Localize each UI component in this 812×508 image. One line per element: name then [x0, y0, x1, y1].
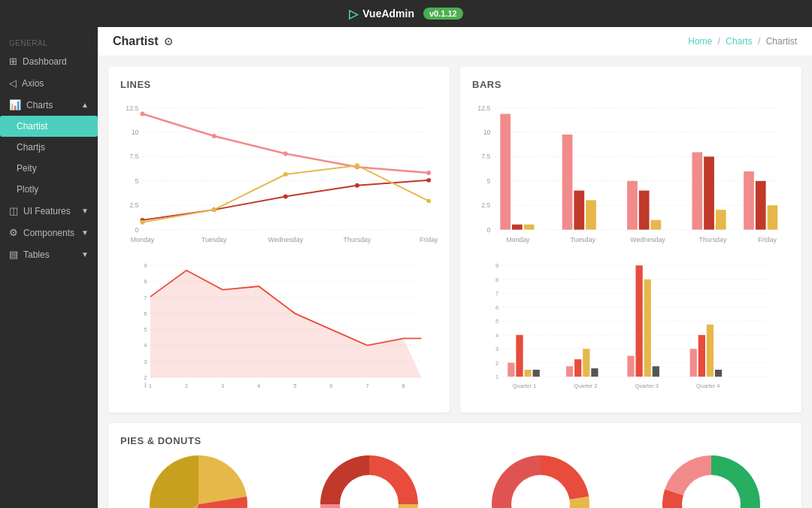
svg-text:Friday: Friday: [758, 236, 777, 243]
github-icon[interactable]: ⊙: [164, 35, 173, 47]
axios-icon: ◁: [9, 77, 17, 89]
pie-chart-1: [150, 455, 247, 508]
svg-text:9: 9: [495, 262, 498, 269]
bars-chart1-svg: 12.5 10 7.5 5 2.5 0: [472, 99, 789, 249]
breadcrumb-charts[interactable]: Charts: [726, 36, 752, 47]
content-area: Chartist ⊙ Home / Charts / Chartist LINE…: [98, 27, 812, 508]
svg-rect-120: [690, 349, 697, 376]
sidebar-item-peity[interactable]: Peity: [0, 158, 98, 179]
svg-rect-121: [698, 335, 705, 377]
svg-point-14: [283, 152, 288, 156]
svg-rect-73: [562, 135, 573, 230]
svg-text:Quarter 3: Quarter 3: [635, 383, 659, 389]
svg-rect-115: [591, 368, 598, 376]
svg-text:5: 5: [144, 326, 147, 333]
svg-point-13: [212, 134, 217, 138]
svg-text:1: 1: [149, 383, 152, 389]
svg-text:10: 10: [132, 129, 139, 136]
svg-rect-70: [500, 114, 511, 230]
donut-chart-2: [492, 455, 589, 508]
breadcrumb-current: Chartist: [766, 36, 797, 47]
svg-rect-108: [508, 363, 514, 377]
svg-text:3: 3: [495, 346, 498, 352]
tables-arrow-icon: ▼: [81, 250, 89, 259]
svg-text:Thursday: Thursday: [699, 236, 727, 243]
version-badge: v0.1.12: [423, 8, 463, 20]
sidebar-label-tables: Tables: [23, 249, 50, 260]
sidebar-label-charts: Charts: [26, 100, 53, 110]
lines-chart-card: LINES 12.5 10 7.5 5 2.5 0: [108, 67, 450, 413]
svg-text:8: 8: [144, 278, 147, 285]
svg-text:8: 8: [402, 383, 405, 389]
sidebar-label-chartist: Chartist: [17, 121, 47, 132]
components-arrow-icon: ▼: [81, 228, 89, 237]
svg-text:12.5: 12.5: [477, 104, 490, 112]
ui-features-arrow-icon: ▼: [81, 207, 89, 215]
svg-text:Quarter 4: Quarter 4: [696, 383, 720, 389]
svg-rect-112: [566, 366, 573, 376]
sidebar-item-ui-features[interactable]: ◫ UI Features ▼: [0, 200, 98, 222]
brand: ▷ VueAdmin v0.1.12: [349, 7, 462, 21]
svg-text:5: 5: [293, 383, 296, 389]
svg-point-22: [140, 220, 144, 225]
svg-text:7.5: 7.5: [481, 153, 490, 160]
sidebar-item-tables[interactable]: ▤ Tables ▼: [0, 243, 98, 265]
pies-section: PIES & DONUTS: [108, 423, 801, 508]
sidebar-item-components[interactable]: ⚙ Components ▼: [0, 222, 98, 243]
svg-text:Tuesday: Tuesday: [570, 236, 595, 243]
sidebar-label-dashboard: Dashboard: [23, 56, 67, 67]
sidebar-label-components: Components: [23, 228, 74, 238]
main-layout: GENERAL ⊞ Dashboard ◁ Axios 📊 Charts ▲ C…: [0, 27, 812, 508]
sidebar-item-dashboard[interactable]: ⊞ Dashboard: [0, 50, 98, 72]
content-header: Chartist ⊙ Home / Charts / Chartist: [98, 27, 812, 56]
sidebar-label-ui-features: UI Features: [23, 206, 71, 216]
sidebar-item-axios[interactable]: ◁ Axios: [0, 72, 98, 94]
svg-text:7: 7: [495, 290, 498, 297]
svg-text:2: 2: [144, 374, 147, 381]
breadcrumb-home[interactable]: Home: [688, 36, 712, 47]
donut-chart-3: [662, 455, 760, 508]
svg-text:7: 7: [365, 383, 368, 389]
sidebar-item-chartist[interactable]: Chartist: [0, 116, 98, 137]
svg-rect-82: [744, 171, 754, 230]
svg-text:Monday: Monday: [506, 236, 530, 243]
svg-rect-79: [692, 153, 702, 230]
svg-rect-78: [650, 220, 661, 230]
svg-text:Quarter 2: Quarter 2: [574, 383, 597, 389]
sidebar-section-general: GENERAL: [0, 33, 98, 50]
svg-text:7: 7: [144, 295, 147, 301]
svg-text:5: 5: [495, 318, 498, 325]
brand-name: VueAdmin: [362, 8, 414, 20]
lines-chart-svg: 12.5 10 7.5 5 2.5 0: [120, 99, 438, 249]
sidebar-label-chartjs: Chartjs: [17, 142, 45, 153]
svg-point-25: [355, 163, 359, 168]
svg-point-24: [283, 172, 288, 177]
svg-rect-122: [707, 325, 714, 376]
tables-icon: ▤: [9, 249, 18, 260]
svg-text:0: 0: [487, 226, 491, 234]
lines-area-chart-svg: 9 8 7 6 5 4 3 2 1 1 2 3: [120, 259, 438, 398]
top-navbar: ▷ VueAdmin v0.1.12: [0, 0, 812, 27]
pies-row: [120, 455, 789, 508]
sidebar-item-plotly[interactable]: Plotly: [0, 179, 98, 200]
svg-rect-116: [627, 356, 634, 377]
svg-point-21: [426, 178, 431, 183]
sidebar-item-charts[interactable]: 📊 Charts ▲: [0, 94, 98, 116]
svg-point-26: [426, 198, 431, 203]
svg-text:4: 4: [495, 332, 498, 339]
dashboard-icon: ⊞: [9, 56, 17, 67]
svg-text:6: 6: [329, 383, 332, 389]
svg-text:4: 4: [257, 383, 260, 389]
svg-text:2: 2: [495, 360, 498, 367]
svg-point-12: [140, 112, 144, 116]
svg-text:Monday: Monday: [131, 236, 155, 243]
sidebar-item-chartjs[interactable]: Chartjs: [0, 137, 98, 158]
svg-point-20: [355, 183, 359, 188]
svg-text:1: 1: [144, 382, 147, 389]
donut-chart-1: [320, 455, 418, 508]
svg-rect-80: [704, 156, 714, 229]
svg-rect-109: [516, 335, 523, 377]
sidebar-label-peity: Peity: [17, 163, 37, 174]
svg-rect-123: [715, 370, 722, 376]
svg-text:Tuesday: Tuesday: [201, 236, 227, 243]
